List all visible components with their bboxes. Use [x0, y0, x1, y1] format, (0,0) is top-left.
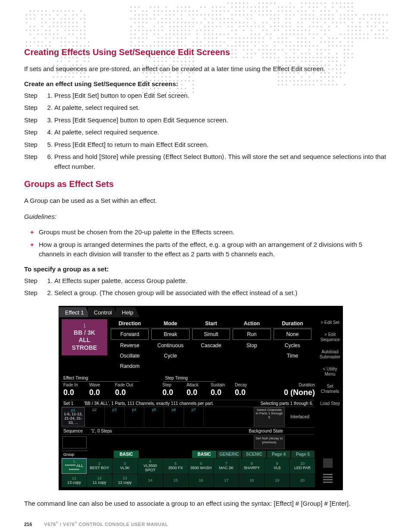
- bullet-item: How a group is arranged determines the p…: [30, 240, 387, 259]
- palette-cell[interactable]: 3VL3K: [112, 458, 137, 474]
- step-item: Step6.Press and hold [Store] while press…: [24, 152, 387, 171]
- option-cascade[interactable]: Cascade: [191, 340, 231, 351]
- palette-cell[interactable]: 10LED PAR: [290, 458, 315, 474]
- option-simult[interactable]: Simult: [192, 329, 230, 340]
- timing-value: 0.0: [162, 388, 187, 397]
- option-cycles[interactable]: Cycles: [273, 340, 312, 351]
- step-timing-label: Step Timing: [163, 375, 215, 382]
- palette-cell[interactable]: 2BEST BOY: [87, 458, 112, 474]
- tab-help[interactable]: Help: [116, 307, 140, 317]
- option-cycle[interactable]: Cycle: [150, 351, 190, 361]
- side-menu-item[interactable]: Set Channels: [319, 384, 341, 394]
- step-item: Step5.Press [Edit Effect] to return to m…: [24, 140, 387, 150]
- side-menu-item[interactable]: Autoload Submaster: [319, 349, 341, 360]
- side-menu: > Edit Set> Edit SequenceAutoload Submas…: [319, 320, 341, 406]
- palette-cell[interactable]: 8SHARPY: [239, 458, 264, 474]
- palette-cell[interactable]: 53500 FX: [163, 458, 188, 474]
- step-item: Step4.At palette, select required sequen…: [24, 128, 387, 137]
- part-cell[interactable]: p4: [125, 407, 144, 427]
- palette-cell[interactable]: 4VL3500 SPOT: [138, 458, 163, 474]
- option-continuous[interactable]: Continuous: [150, 340, 190, 351]
- subheading: Create an effect using Set/Sequence Edit…: [24, 80, 387, 87]
- tab-effect[interactable]: Effect 1: [59, 307, 90, 317]
- background-state-label: Background State: [224, 429, 285, 433]
- guidelines-label: Guidelines:: [24, 212, 387, 222]
- column-header: Direction: [110, 319, 149, 328]
- set-description: 'BB / 3K ALL', 1 Parts, 111 Channels, ex…: [84, 401, 261, 406]
- option-stop[interactable]: Stop: [232, 340, 271, 351]
- set-header: Set 1 'BB / 3K ALL', 1 Parts, 111 Channe…: [62, 400, 315, 407]
- palette-group-label: Group: [62, 451, 87, 458]
- step-item: Step1.Press [Edit Set] button to open Ed…: [24, 91, 387, 101]
- part-cell[interactable]: p2: [85, 407, 105, 427]
- option-forward[interactable]: Forward: [111, 329, 149, 340]
- set-null-button[interactable]: Set Null (decay to previous): [254, 436, 285, 449]
- effect-line: BB / 3K: [74, 329, 95, 337]
- palette-cell[interactable]: 63500 WASH: [189, 458, 214, 474]
- effect-line: STROBE: [72, 344, 97, 352]
- palette-tab[interactable]: BASIC: [192, 451, 216, 458]
- palette-cell[interactable]: 20: [290, 474, 315, 487]
- option-time[interactable]: Time: [273, 351, 312, 361]
- option-break[interactable]: Break: [151, 329, 189, 340]
- palette-cell[interactable]: 14: [138, 474, 163, 487]
- timing-row: Fade In0.0 Wave0.0 Fade Out0.0 Step0.0 A…: [59, 382, 318, 400]
- timing-label: Fade In: [63, 383, 89, 388]
- palette-tab[interactable]: Page 4: [267, 451, 290, 458]
- palette-tab[interactable]: BASIC: [114, 451, 139, 458]
- palette-tab[interactable]: Page 5: [291, 451, 314, 458]
- set-label: Set 1: [62, 401, 84, 406]
- sequence-slot[interactable]: [62, 436, 87, 448]
- paragraph: If sets and sequences are pre-stored, an…: [24, 64, 387, 74]
- tab-control[interactable]: Control: [88, 307, 118, 317]
- palette-cell[interactable]: 1211 copy: [87, 474, 112, 487]
- timing-label: Sustain: [211, 383, 235, 388]
- side-menu-item[interactable]: Load Step: [319, 401, 341, 406]
- palette-cell[interactable]: 9VL5: [265, 458, 290, 474]
- option-oscillate[interactable]: Oscillate: [110, 351, 149, 361]
- option-none[interactable]: None: [274, 329, 311, 340]
- palette-cell[interactable]: 19: [265, 474, 290, 487]
- effect-line: ALL: [78, 336, 90, 344]
- side-menu-item[interactable]: > Edit Sequence: [319, 332, 341, 342]
- part-cell[interactable]: p11-6, 11-12, 21-24, 31-33, ...: [62, 407, 85, 427]
- step-list: Step1.Press [Edit Set] button to open Ed…: [24, 91, 387, 172]
- palette-cell[interactable]: 17: [214, 474, 239, 487]
- palette-cell[interactable]: 16: [189, 474, 214, 487]
- part-cell[interactable]: p5: [144, 407, 164, 427]
- bullet-item: Groups must be chosen from the 20-up pal…: [30, 227, 387, 237]
- palette-cell[interactable]: 7MAC 2K: [214, 458, 239, 474]
- timing-value: 0.0: [187, 388, 211, 397]
- part-cell[interactable]: p3: [105, 407, 125, 427]
- palette-cell[interactable]: 18: [239, 474, 264, 487]
- option-random[interactable]: Random: [110, 361, 149, 371]
- option-run[interactable]: Run: [233, 329, 271, 340]
- heading-creating-effects: Creating Effects Using Set/Sequence Edit…: [24, 47, 387, 57]
- view-grid-icon[interactable]: [323, 458, 333, 468]
- timing-label: Decay: [235, 383, 259, 388]
- select-channels-button[interactable]: Select Channels in Parts 1 through 6: [254, 407, 285, 427]
- part-cell[interactable]: p6: [164, 407, 184, 427]
- palette-cell[interactable]: 1312 copy: [112, 474, 137, 487]
- timing-value: 0.0: [211, 388, 235, 397]
- side-menu-item[interactable]: > Edit Set: [319, 320, 341, 325]
- palette-cell[interactable]: 1******* ALL *******: [62, 458, 87, 474]
- closing-paragraph: The command line can also be used to ass…: [24, 499, 387, 509]
- timing-value: 0.0: [89, 388, 115, 397]
- step-item: Step3.Press [Edit Sequence] button to op…: [24, 115, 387, 125]
- option-reverse[interactable]: Reverse: [110, 340, 149, 351]
- part-cell[interactable]: p7: [184, 407, 204, 427]
- window-tabs: Effect 1 Control Help: [59, 306, 342, 317]
- view-list-icon[interactable]: [323, 474, 333, 483]
- side-menu-item[interactable]: < Utility Menu: [319, 367, 341, 377]
- column-header: Action: [232, 319, 271, 328]
- effect-edit-screenshot: Effect 1 Control Help 1 BB / 3K ALL STRO…: [59, 306, 343, 490]
- step-item: Step2.Select a group. (The chosen group …: [24, 288, 387, 298]
- interlaced-toggle[interactable]: Interlaced: [285, 407, 315, 427]
- column-header: Start: [191, 319, 231, 328]
- palette-tab[interactable]: GENERIC: [217, 451, 241, 458]
- sequence-header: Sequence '1', 0 Steps Background State: [62, 427, 315, 435]
- palette-tab[interactable]: SCENIC: [242, 451, 266, 458]
- palette-cell[interactable]: 1113 copy: [62, 474, 87, 487]
- palette-cell[interactable]: 15: [163, 474, 188, 487]
